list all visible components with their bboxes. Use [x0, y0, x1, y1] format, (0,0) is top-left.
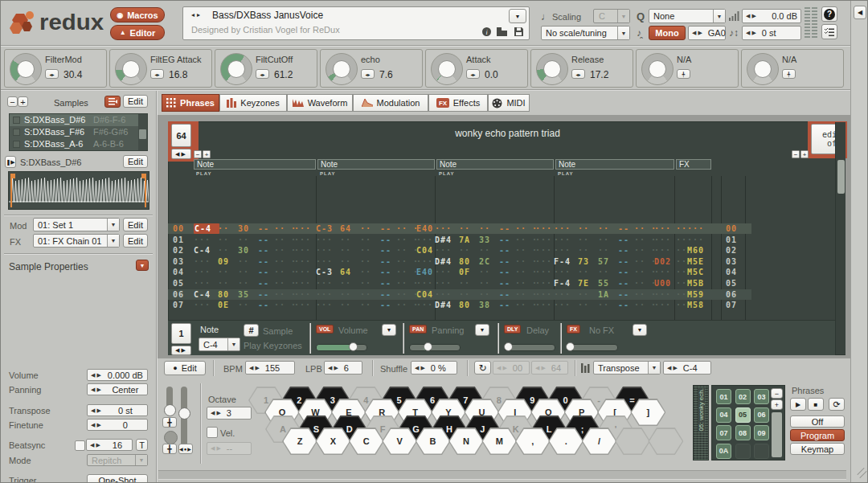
phrase-slot-02[interactable]: 02 — [735, 389, 751, 404]
config-dropdown-button[interactable]: ▼ — [382, 324, 396, 336]
column-collapse-buttons-right[interactable]: − + — [792, 150, 809, 158]
config-dropdown-button[interactable]: ▼ — [633, 324, 647, 336]
pitch-arrows-icon[interactable]: ◀▶ — [746, 30, 758, 36]
help-button[interactable]: ? — [821, 6, 837, 22]
property-stepper[interactable]: ◀▶0.000 dB — [87, 369, 148, 381]
velocity-checkbox[interactable] — [207, 427, 218, 438]
volume-stepper[interactable]: ◀▶ 0.0 dB — [742, 9, 801, 23]
mod-edit-button[interactable]: Edit — [123, 218, 148, 231]
no-fx-slider[interactable] — [567, 344, 618, 351]
macro-stepper-icon[interactable]: ◂▸ — [45, 69, 59, 79]
preset-dropdown-button[interactable]: ▼ — [509, 9, 526, 23]
phrase-slot-07[interactable]: 07 — [716, 425, 731, 440]
preset-name[interactable]: Bass/DXBass JanusVoice — [212, 10, 323, 21]
phrase-mode-keymap[interactable]: Keymap — [790, 443, 845, 455]
slider-thumb[interactable] — [424, 342, 432, 351]
pattern-scrollbar-thumb[interactable] — [837, 160, 845, 194]
base-note-select[interactable]: C-4▼ — [199, 338, 240, 351]
mod-slider-thumb[interactable] — [164, 404, 176, 416]
macro-knob[interactable] — [536, 53, 568, 85]
config-dropdown-button[interactable]: ▼ — [475, 324, 489, 336]
property-stepper[interactable]: ◀▶16 — [86, 439, 133, 451]
tab-keyzones[interactable]: Keyzones — [219, 94, 287, 112]
delay-slider[interactable] — [504, 344, 555, 351]
preset-load-folder-icon[interactable] — [496, 27, 508, 37]
stepper-arrows-icon[interactable]: ◀▶ — [91, 387, 103, 393]
mono-button[interactable]: Mono — [649, 26, 686, 40]
phrase-slot-09[interactable]: 09 — [754, 425, 769, 440]
macro-knob[interactable] — [747, 53, 779, 85]
remove-sample-button[interactable]: − — [7, 96, 18, 107]
bpm-stepper[interactable]: ◀▶155 — [245, 361, 295, 375]
stepper-arrows-icon[interactable]: ◀▶ — [91, 372, 103, 379]
sample-mute-checkbox[interactable] — [13, 141, 20, 148]
macro-stepper-icon[interactable]: ◂▸ — [361, 69, 375, 79]
fx-edit-button[interactable]: Edit — [123, 234, 148, 248]
editor-button[interactable]: ▲ Editor — [110, 25, 165, 40]
midi-channel-stepper[interactable]: ◀▶ GA0 — [688, 26, 726, 40]
edit-button[interactable]: ● Edit — [164, 361, 206, 375]
phrase-remove-button[interactable]: − — [771, 388, 783, 399]
phrase-slot-01[interactable]: 01 — [716, 389, 731, 404]
mod-slider[interactable] — [166, 387, 173, 414]
slider-thumb[interactable] — [349, 342, 358, 351]
preset-info-icon[interactable]: i — [481, 27, 492, 37]
samples-edit-button[interactable]: Edit — [123, 95, 148, 108]
sample-play-button[interactable]: ❚▶ — [5, 156, 16, 168]
macro-stepper-icon[interactable]: ◂▸ — [466, 69, 480, 79]
sample-mute-checkbox[interactable] — [13, 117, 20, 124]
macro-na-icon[interactable]: ╇ — [677, 69, 690, 79]
beatsync-checkbox[interactable] — [75, 440, 85, 451]
pattern-length-arrows[interactable]: ◀▶ — [171, 149, 191, 159]
preset-save-icon[interactable] — [514, 27, 524, 37]
phrase-play-button[interactable]: ▶ — [790, 398, 806, 411]
phrase-slot-03[interactable]: 03 — [754, 389, 769, 404]
transpose-mode-select[interactable]: Transpose▼ — [593, 361, 661, 375]
quantize-select[interactable]: None▼ — [649, 9, 726, 23]
sample-list-row[interactable]: S:DXBass_D#6D#6-F-6 — [10, 114, 138, 126]
macro-knob[interactable] — [326, 53, 358, 85]
column-collapse-buttons-left[interactable]: − + — [194, 150, 211, 158]
sample-list-scrollbar-thumb[interactable] — [139, 129, 146, 139]
options-list-button[interactable] — [821, 24, 837, 39]
tab-phrases[interactable]: Phrases — [162, 94, 219, 112]
mod-slider-reset-button[interactable]: ╋ — [162, 417, 177, 428]
phrase-slot-0A[interactable]: 0A — [716, 444, 731, 459]
sample-list-row[interactable]: S:DXBass_A-6A-6-B-6 — [10, 138, 138, 150]
phrase-mode-off[interactable]: Off — [790, 415, 845, 428]
pitch-reset-button[interactable]: ╋ — [162, 444, 177, 454]
volume-slider[interactable] — [316, 344, 367, 351]
phrase-stop-button[interactable]: ■ — [808, 398, 824, 411]
shuffle-stepper[interactable]: ◀▶0 % — [411, 361, 457, 375]
collapse-panel-button[interactable]: ◀ — [854, 6, 866, 19]
volume-slider-thumb[interactable] — [178, 407, 190, 420]
pitch-wheel-knob[interactable] — [164, 431, 178, 444]
tab-midi[interactable]: MIDI — [488, 94, 530, 112]
phrase-slot-04[interactable]: 04 — [716, 407, 731, 423]
preset-prev-next-icon[interactable]: ◂▸ — [191, 11, 203, 18]
beatsync-t-button[interactable]: T — [136, 439, 148, 451]
macro-knob[interactable] — [641, 53, 674, 85]
stepper-arrows-icon[interactable]: ◀▶ — [91, 422, 103, 428]
macro-knob[interactable] — [10, 53, 42, 85]
phrase-slot-06[interactable]: 06 — [754, 407, 769, 423]
fx-select[interactable]: 01: FX Chain 01▼ — [33, 234, 120, 248]
sample-mute-checkbox[interactable] — [13, 129, 20, 136]
tab-waveform[interactable]: Waveform — [287, 94, 353, 112]
property-stepper[interactable]: ◀▶0 — [87, 419, 148, 431]
property-stepper[interactable]: ◀▶Center — [87, 383, 148, 395]
macro-knob[interactable] — [431, 53, 463, 85]
macro-knob[interactable] — [115, 53, 147, 85]
current-sample-edit-button[interactable]: Edit — [123, 155, 148, 168]
macro-na-icon[interactable]: ╇ — [782, 69, 796, 79]
mod-select[interactable]: 01: Set 1▼ — [33, 218, 120, 231]
phrase-slot-05[interactable]: 05 — [735, 407, 751, 423]
sample-view-button[interactable] — [104, 96, 121, 108]
macro-stepper-icon[interactable]: ◂▸ — [256, 69, 269, 79]
lpb-stepper[interactable]: ◀▶6 — [324, 361, 362, 375]
velocity-stepper-button[interactable]: ◀●▶ — [178, 444, 193, 454]
tab-effects[interactable]: FXEffects — [428, 94, 488, 112]
phrase-mode-program[interactable]: Program — [790, 429, 845, 441]
track-number-arrows[interactable]: ◀▶ — [171, 346, 191, 355]
trigger-button[interactable]: One-Shot — [87, 474, 148, 483]
